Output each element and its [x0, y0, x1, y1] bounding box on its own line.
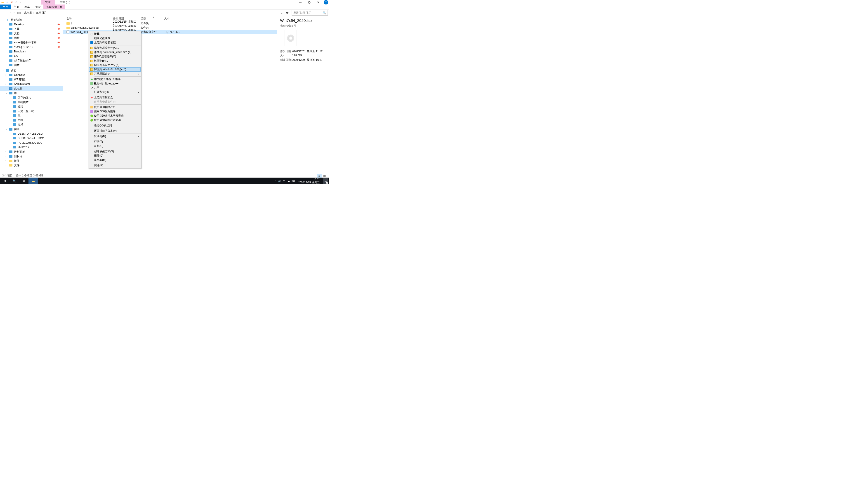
ribbon-tab-file[interactable]: 文件	[0, 4, 11, 9]
context-menu-item[interactable]: 创建快捷方式(S)	[89, 149, 141, 154]
context-menu-item[interactable]: 上传到有道云笔记	[89, 40, 141, 45]
refresh-button[interactable]: ⟳	[284, 11, 290, 14]
qat-save-icon[interactable]: ✓	[5, 0, 9, 4]
context-menu-item[interactable]: 用360压缩打开(Q)	[89, 55, 141, 59]
context-menu-item[interactable]: 解压到(F)...	[89, 59, 141, 63]
context-menu-item[interactable]: 复制(C)	[89, 144, 141, 148]
context-menu-item[interactable]: 使用 360管理右键菜单	[89, 118, 141, 122]
search-button[interactable]: 🔍	[9, 177, 19, 184]
ribbon-tab-home[interactable]: 主页	[11, 4, 22, 9]
context-menu-item[interactable]: 打开方式(H)▶	[89, 90, 141, 94]
tree-item[interactable]: YUNQISHI2019📌	[0, 45, 63, 49]
tray-sync-icon[interactable]: ☁	[287, 180, 290, 183]
back-button[interactable]: ←	[1, 11, 4, 14]
tree-item[interactable]: ›WPS网盘	[0, 77, 63, 82]
breadcrumb-drive[interactable]: 文档 (E:)	[35, 11, 47, 15]
tree-item[interactable]: 天翼云盘下载	[0, 109, 63, 113]
context-menu-item[interactable]: 使用 360进行木马云查杀	[89, 113, 141, 118]
tree-item[interactable]: ZMT2019	[0, 145, 63, 150]
context-menu-item[interactable]: 使用 360解除占用	[89, 105, 141, 109]
tree-item[interactable]: 文档📌	[0, 31, 63, 36]
tree-item[interactable]: ›软件	[0, 159, 63, 163]
column-date[interactable]: 修改日期	[113, 17, 141, 21]
ribbon-tab-share[interactable]: 共享	[22, 4, 33, 9]
tree-item[interactable]: G:\	[0, 54, 63, 58]
tray-keyboard-icon[interactable]: ⌨	[291, 180, 295, 183]
context-menu-item[interactable]: 属性(R)	[89, 163, 141, 168]
context-menu-item[interactable]: 使用 360强力删除	[89, 109, 141, 113]
context-menu-item[interactable]: 发送到(N)▶	[89, 134, 141, 138]
tray-ime[interactable]: 中	[283, 180, 285, 183]
history-dropdown-icon[interactable]: ▾	[10, 11, 11, 14]
context-menu-item[interactable]: 删除(D)	[89, 154, 141, 158]
tree-item[interactable]: ⌄库	[0, 91, 63, 95]
tree-item[interactable]: 图片	[0, 113, 63, 118]
taskbar-clock[interactable]: 16:32 2020/12/25, 星期五	[297, 178, 321, 184]
file-row[interactable]: BaiduNetdiskDownload2020/12/25, 星期五 1...…	[63, 26, 277, 30]
chevron-right-icon[interactable]: ›	[33, 11, 34, 14]
context-menu-item[interactable]: 还原以前的版本(V)	[89, 129, 141, 133]
tree-item[interactable]: ›文件	[0, 163, 63, 168]
breadcrumb-pc[interactable]: 此电脑	[24, 11, 33, 15]
context-menu-item[interactable]: ◆上传到百度云盘	[89, 95, 141, 100]
context-menu-item[interactable]: ↗共享	[89, 86, 141, 90]
column-size[interactable]: 大小	[164, 17, 182, 21]
tree-item[interactable]: 下载📌	[0, 27, 63, 31]
qat-undo-icon[interactable]: ↶	[14, 0, 18, 4]
tree-item[interactable]: ⌄网络	[0, 127, 63, 131]
ribbon-tab-view[interactable]: 查看	[33, 4, 43, 9]
tree-item[interactable]: 视频	[0, 104, 63, 109]
file-row[interactable]: 12020/12/15, 星期二 1...文件夹	[63, 21, 277, 26]
tree-item[interactable]: 本机照片	[0, 100, 63, 104]
tree-item[interactable]: ›Administrator	[0, 82, 63, 86]
maximize-button[interactable]: ▢	[305, 0, 314, 4]
chevron-right-icon[interactable]: ›	[48, 11, 49, 14]
tree-item[interactable]: Desktop📌	[0, 22, 63, 27]
column-type[interactable]: 类型	[141, 17, 164, 21]
address-bar[interactable]: › 此电脑 › 文档 (E:) ›	[17, 10, 279, 15]
tree-item[interactable]: excel表格制作求和📌	[0, 40, 63, 45]
context-menu-item[interactable]: ◆用 蜂蜜浏览器 浏览(3)	[89, 77, 141, 81]
tree-item[interactable]: ⌄此电脑	[0, 86, 63, 91]
context-menu-item[interactable]: 装载	[89, 32, 141, 36]
tree-quick-access[interactable]: ⌄★快速访问	[0, 18, 63, 22]
ribbon-tab-disc-tool[interactable]: 光盘映像工具	[43, 4, 65, 9]
qat-dropdown-icon[interactable]: ▾	[19, 0, 23, 4]
search-input[interactable]: 搜索"文档 (E:)" 🔍	[291, 10, 328, 15]
details-view-button[interactable]: ≣	[317, 174, 322, 178]
tree-item[interactable]: ›控制面板	[0, 150, 63, 154]
tree-item[interactable]: 图片	[0, 63, 63, 67]
close-button[interactable]: ✕	[314, 0, 323, 4]
search-icon[interactable]: 🔍	[323, 11, 326, 14]
forward-button[interactable]: →	[6, 11, 8, 14]
title-tab-manage[interactable]: 管理	[41, 0, 55, 4]
context-menu-item[interactable]: Edit with Notepad++	[89, 81, 141, 86]
tray-volume-icon[interactable]: 🔊	[278, 180, 281, 183]
address-dropdown-icon[interactable]: ⌄	[279, 11, 284, 14]
tree-item[interactable]: Bandicam	[0, 49, 63, 54]
action-center-button[interactable]: ▭3	[323, 178, 328, 184]
tree-item[interactable]: ›回收站	[0, 154, 63, 159]
context-menu-item[interactable]: 解压到 Win7x64_2020\ (E)	[89, 67, 141, 72]
tree-item[interactable]: 保存的图片	[0, 95, 63, 100]
context-menu-item[interactable]: 添加到 "Win7x64_2020.zip" (T)	[89, 50, 141, 55]
tree-item[interactable]: ›OneDrive	[0, 73, 63, 77]
tree-desktop[interactable]: ⌄桌面	[0, 68, 63, 73]
context-menu-item[interactable]: 刻录光盘映像	[89, 36, 141, 40]
context-menu-item[interactable]: 其他压缩命令▶	[89, 72, 141, 76]
tree-item[interactable]: 文档	[0, 118, 63, 123]
taskbar-explorer[interactable]: ▬	[29, 177, 38, 184]
help-button[interactable]: ?	[324, 0, 328, 4]
tree-item[interactable]: DESKTOP-NJEU3CG	[0, 136, 63, 140]
icons-view-button[interactable]: ▦	[322, 174, 327, 178]
minimize-button[interactable]: —	[296, 0, 305, 4]
navigation-tree[interactable]: ⌄★快速访问Desktop📌下载📌文档📌图片📌excel表格制作求和📌YUNQI…	[0, 16, 63, 173]
context-menu[interactable]: 装载刻录光盘映像上传到有道云笔记添加到压缩文件(A)...添加到 "Win7x6…	[88, 31, 141, 168]
column-name[interactable]: 名称	[63, 17, 113, 21]
up-button[interactable]: ↑	[13, 11, 15, 14]
context-menu-item[interactable]: 通过QQ发送到	[89, 123, 141, 128]
context-menu-item[interactable]: 剪切(T)	[89, 140, 141, 144]
tree-item[interactable]: 图片📌	[0, 36, 63, 40]
tree-item[interactable]: DESKTOP-LSSOEDP	[0, 131, 63, 136]
qat-delete-icon[interactable]: ✕	[10, 0, 13, 4]
